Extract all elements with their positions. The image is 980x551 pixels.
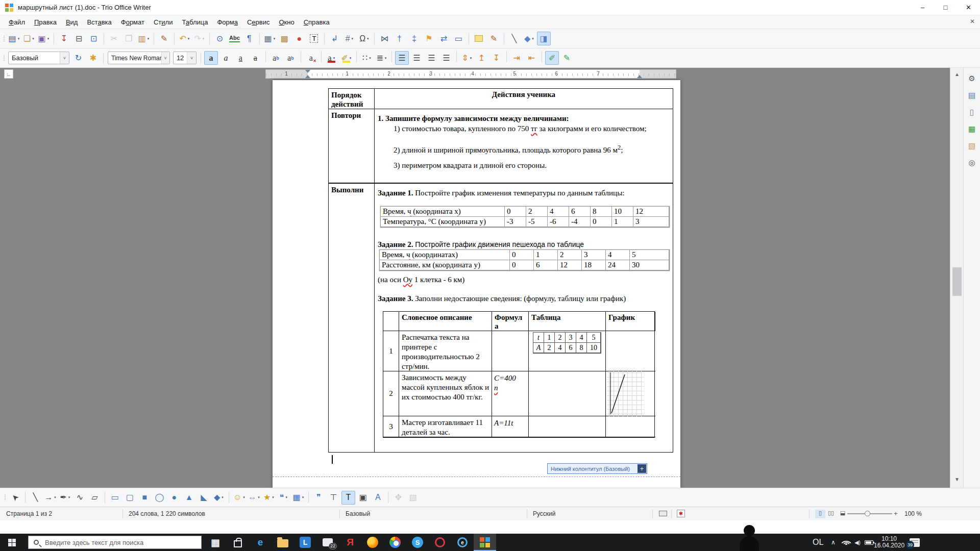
- properties-deck-icon[interactable]: ▤: [966, 89, 978, 102]
- highlight-color-icon[interactable]: ✐▾: [339, 51, 353, 65]
- zoom-in-icon[interactable]: +: [894, 510, 898, 517]
- taskbar-app-trio-office[interactable]: [474, 534, 496, 551]
- menu-стили[interactable]: Стили: [149, 16, 177, 28]
- footer-plus-button[interactable]: +: [638, 464, 646, 473]
- font-color-icon[interactable]: a▾: [325, 51, 338, 65]
- bold-icon[interactable]: a: [204, 51, 218, 65]
- hyperlink-icon[interactable]: ⋈: [378, 32, 391, 45]
- taskbar-app-internet-browser[interactable]: e: [451, 534, 474, 551]
- basic-shapes-icon[interactable]: ◆▾: [522, 32, 536, 45]
- scroll-up-icon[interactable]: ▲: [950, 69, 964, 80]
- line-spacing-icon[interactable]: ⇕▾: [460, 51, 474, 65]
- font-size-select[interactable]: 12 ˅: [173, 52, 197, 64]
- cut-icon[interactable]: ✂: [107, 32, 121, 45]
- numbered-list-icon[interactable]: ≣▾: [375, 51, 388, 65]
- page-break-icon[interactable]: ↲: [328, 32, 341, 45]
- undo-icon[interactable]: ↶▾: [178, 32, 191, 45]
- taskbar-clock[interactable]: 10:10 16.04.2020: [874, 534, 904, 551]
- menu-форма[interactable]: Форма: [212, 16, 242, 28]
- superscript-icon[interactable]: ab: [269, 51, 283, 65]
- insert-comment-icon[interactable]: [472, 32, 486, 45]
- open-icon[interactable]: ❏▾: [22, 32, 36, 45]
- insert-textbox-icon[interactable]: T: [341, 491, 355, 505]
- font-name-select[interactable]: Times New Roman ˅: [108, 52, 170, 64]
- italic-icon[interactable]: a: [219, 51, 233, 65]
- battery-icon[interactable]: [865, 534, 873, 551]
- start-button[interactable]: [0, 534, 23, 551]
- space-above-paragraph-icon[interactable]: ↥: [475, 51, 488, 65]
- bullet-list-icon[interactable]: ∷▾: [360, 51, 374, 65]
- track-changes-icon[interactable]: ✎: [487, 32, 501, 45]
- scroll-down-icon[interactable]: ▼: [950, 474, 964, 485]
- vertical-text-icon[interactable]: ⊤: [327, 491, 340, 505]
- clone-formatting-icon[interactable]: ✎: [157, 32, 171, 45]
- indent-marker-bottom[interactable]: [305, 75, 310, 78]
- cross-reference-icon[interactable]: ⇄: [437, 32, 451, 45]
- document-close-icon[interactable]: ✕: [970, 18, 975, 25]
- document-page[interactable]: Порядок действий Действия ученика Повтор…: [273, 80, 680, 488]
- zoom-out-icon[interactable]: −: [841, 510, 845, 517]
- insert-textbox-icon[interactable]: T: [307, 32, 321, 45]
- indent-marker-top[interactable]: [305, 70, 310, 73]
- menu-правка[interactable]: Правка: [30, 16, 61, 28]
- taskbar-app-l-app[interactable]: L: [294, 534, 316, 551]
- paste-icon[interactable]: ▥▾: [137, 32, 151, 45]
- isosceles-triangle-icon[interactable]: ▲: [182, 491, 196, 505]
- clear-formatting-icon[interactable]: a✕: [304, 51, 318, 65]
- vertical-callout-icon[interactable]: ❞: [312, 491, 326, 505]
- footer-tag-button[interactable]: Нижний колонтитул (Базовый) +: [547, 463, 647, 474]
- selection-mode-icon[interactable]: [659, 511, 667, 516]
- export-pdf-icon[interactable]: ↧: [57, 32, 71, 45]
- wifi-icon[interactable]: [842, 534, 850, 551]
- find-replace-icon[interactable]: ⊙: [213, 32, 227, 45]
- underline-icon[interactable]: a: [234, 51, 248, 65]
- zoom-level[interactable]: 100 %: [904, 510, 922, 517]
- square-icon[interactable]: ■: [138, 491, 152, 505]
- volume-icon[interactable]: ◀: [854, 534, 860, 551]
- increase-indent-icon[interactable]: ⇥: [510, 51, 524, 65]
- menu-таблица[interactable]: Таблица: [177, 16, 212, 28]
- draw-arrow-icon[interactable]: →▾: [43, 491, 57, 505]
- taskbar-app-skype[interactable]: S: [406, 534, 429, 551]
- taskbar-app-file-explorer[interactable]: [272, 534, 294, 551]
- bookmark-icon[interactable]: ⚑: [422, 32, 436, 45]
- new-document-icon[interactable]: ▤▾: [7, 32, 21, 45]
- block-arrows-icon[interactable]: ⇔▾: [247, 491, 261, 505]
- symbol-shapes-icon[interactable]: ☺▾: [232, 491, 246, 505]
- spelling-icon[interactable]: Abc: [228, 32, 241, 45]
- edit-points-icon[interactable]: ✥: [391, 491, 405, 505]
- menu-файл[interactable]: Файл: [4, 16, 30, 28]
- paragraph-style-select[interactable]: Базовый ˅: [8, 52, 69, 64]
- mini-graph-image[interactable]: [607, 370, 644, 416]
- right-indent-marker[interactable]: [637, 75, 642, 78]
- space-below-paragraph-icon[interactable]: ↧: [489, 51, 503, 65]
- minimize-button[interactable]: –: [911, 0, 934, 15]
- taskbar-app-firefox[interactable]: [361, 534, 384, 551]
- menu-сервис[interactable]: Сервис: [242, 16, 275, 28]
- special-character-icon[interactable]: Ω▾: [357, 32, 371, 45]
- menu-справка[interactable]: Справка: [299, 16, 334, 28]
- text-language[interactable]: Русский: [533, 510, 556, 517]
- zoom-slider-thumb[interactable]: [865, 511, 870, 516]
- fontwork-icon[interactable]: A: [371, 491, 385, 505]
- insert-field-icon[interactable]: #▾: [342, 32, 356, 45]
- taskbar-app-task-view[interactable]: ▦: [204, 534, 227, 551]
- taskbar-app-opera[interactable]: [429, 534, 451, 551]
- tray-chevron-icon[interactable]: ∧: [831, 534, 836, 551]
- taskbar-search-input[interactable]: Введите здесь текст для поиска: [28, 536, 202, 549]
- single-page-view-icon[interactable]: ▯: [815, 510, 825, 518]
- gallery-deck-icon[interactable]: ▦: [966, 123, 978, 135]
- save-icon[interactable]: ▣▾: [37, 32, 51, 45]
- horizontal-ruler[interactable]: 11234567: [265, 69, 676, 79]
- update-style-icon[interactable]: ↻: [71, 51, 85, 65]
- insert-table-icon[interactable]: ▦▾: [263, 32, 277, 45]
- imagemap-icon[interactable]: ▧: [406, 491, 420, 505]
- polygon-icon[interactable]: ▱: [88, 491, 102, 505]
- formatting-pen-alt-icon[interactable]: ✎: [560, 51, 574, 65]
- word-count[interactable]: 204 слова, 1 220 символов: [129, 510, 205, 517]
- menu-вид[interactable]: Вид: [61, 16, 83, 28]
- rectangle-icon[interactable]: ▭: [108, 491, 122, 505]
- justify-icon[interactable]: ☰: [439, 51, 453, 65]
- ellipse-icon[interactable]: ◯: [153, 491, 166, 505]
- taskbar-app-edge-browser[interactable]: e: [249, 534, 272, 551]
